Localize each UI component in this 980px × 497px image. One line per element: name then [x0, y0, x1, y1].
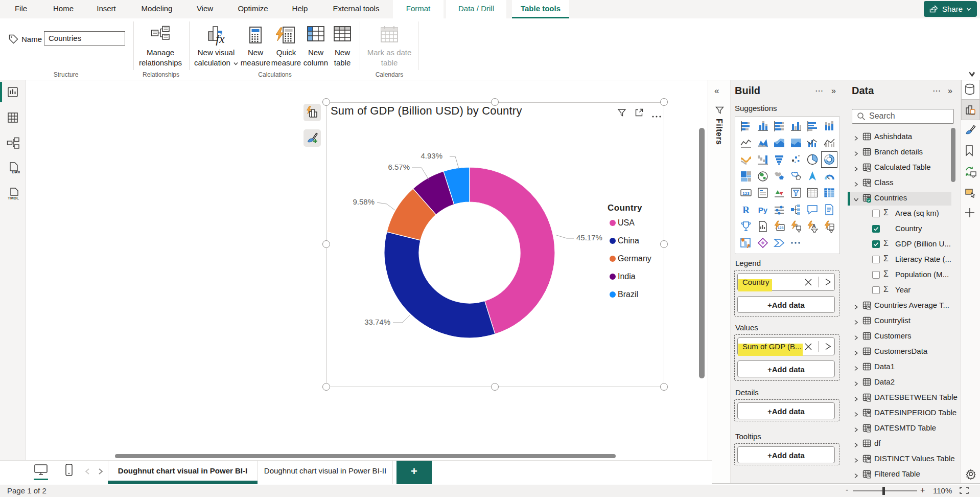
svg-text:R: R [742, 205, 750, 215]
svg-text:fx: fx [216, 32, 225, 46]
svg-text:123: 123 [742, 191, 750, 196]
svg-text:DAX: DAX [12, 170, 20, 174]
svg-text:123: 123 [778, 226, 784, 230]
svg-text:Py: Py [758, 206, 768, 214]
svg-text:TMDL: TMDL [8, 196, 19, 200]
